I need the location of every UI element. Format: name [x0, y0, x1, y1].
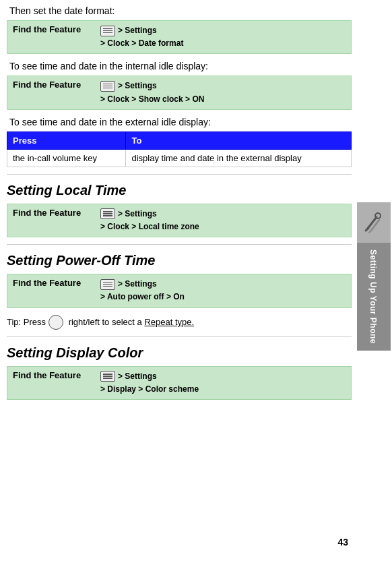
find-feature-box-power-off: Find the Feature > Settings > Auto power… — [7, 274, 352, 307]
tip-underline: Repeat type. — [144, 317, 194, 327]
page-number: 43 — [337, 537, 348, 548]
table-header-to: To — [126, 131, 352, 149]
table-cell-press: the in-call volume key — [7, 149, 126, 167]
divider-1 — [7, 174, 352, 175]
section-power-off-heading: Setting Power-Off Time — [7, 253, 352, 268]
nav-text-1a: > Settings — [118, 24, 157, 37]
svg-line-4 — [369, 231, 370, 233]
nav-text-2b: > Clock > Show clock > ON — [100, 93, 204, 106]
find-feature-nav-local-time: > Settings > Clock > Local time zone — [100, 208, 199, 233]
nav-text-lt-b: > Clock > Local time zone — [100, 220, 199, 233]
find-feature-label-1: Find the Feature — [13, 24, 100, 34]
find-feature-box-local-time: Find the Feature > Settings > Clock > Lo… — [7, 204, 352, 237]
find-feature-box-display-color: Find the Feature > Settings > Display > … — [7, 366, 352, 400]
nav-text-lt-a: > Settings — [118, 208, 157, 220]
svg-line-2 — [366, 228, 368, 231]
menu-icon-po — [100, 279, 115, 290]
table-row: the in-call volume key display time and … — [7, 149, 352, 167]
find-feature-label-2: Find the Feature — [13, 80, 100, 90]
find-feature-nav-1: > Settings > Clock > Date format — [100, 24, 183, 50]
menu-icon-dc — [100, 371, 115, 382]
tip-prefix: Tip: Press — [7, 317, 46, 327]
nav-text-1b: > Clock > Date format — [100, 37, 183, 50]
section-local-time-heading: Setting Local Time — [7, 183, 352, 198]
section-display-color-heading: Setting Display Color — [7, 345, 352, 361]
tip-middle: right/left to select a Repeat type. — [66, 317, 194, 327]
table-cell-to: display time and date in the external di… — [126, 149, 352, 167]
nav-text-po-b: > Auto power off > On — [100, 291, 185, 303]
nav-line-po-a: > Settings — [100, 278, 185, 291]
find-feature-nav-power-off: > Settings > Auto power off > On — [100, 278, 185, 303]
intro-line3: To see time and date in the external idl… — [7, 117, 352, 127]
menu-icon-1 — [100, 26, 115, 36]
nav-line-po-b: > Auto power off > On — [100, 291, 185, 303]
press-to-table: Press To the in-call volume key display … — [7, 131, 352, 167]
table-header-press: Press — [7, 131, 126, 149]
nav-line-lt-a: > Settings — [100, 208, 199, 220]
find-feature-label-display-color: Find the Feature — [13, 370, 100, 380]
sidebar-label: Setting Up Your Phone — [369, 249, 379, 344]
find-feature-nav-2: > Settings > Clock > Show clock > ON — [100, 80, 204, 105]
nav-text-po-a: > Settings — [118, 278, 157, 291]
main-content: Then set the date format: Find the Featu… — [7, 0, 352, 400]
find-feature-label-power-off: Find the Feature — [13, 278, 100, 288]
find-feature-label-local-time: Find the Feature — [13, 208, 100, 218]
divider-3 — [7, 336, 352, 337]
menu-icon-lt — [100, 208, 115, 219]
tool-icon — [357, 202, 391, 243]
nav-text-dc-b: > Display > Color scheme — [100, 383, 199, 396]
menu-icon-2 — [100, 81, 115, 92]
svg-point-1 — [375, 213, 381, 218]
sidebar-text-container: Setting Up Your Phone — [357, 243, 391, 351]
nav-line-1b: > Clock > Date format — [100, 37, 183, 50]
nav-line-lt-b: > Clock > Local time zone — [100, 220, 199, 233]
nav-circle-icon — [48, 315, 63, 330]
intro-line1: Then set the date format: — [7, 5, 352, 16]
nav-line-2a: > Settings — [100, 80, 204, 92]
wrench-icon — [362, 210, 386, 235]
tip-line: Tip: Press right/left to select a Repeat… — [7, 315, 352, 330]
nav-line-2b: > Clock > Show clock > ON — [100, 93, 204, 106]
nav-line-1a: > Settings — [100, 24, 183, 37]
intro-line2: To see time and date in the internal idl… — [7, 61, 352, 71]
sidebar-tab: Setting Up Your Phone — [355, 202, 392, 351]
nav-line-dc-a: > Settings — [100, 370, 199, 383]
divider-2 — [7, 244, 352, 245]
find-feature-nav-display-color: > Settings > Display > Color scheme — [100, 370, 199, 396]
nav-line-dc-b: > Display > Color scheme — [100, 383, 199, 396]
nav-text-dc-a: > Settings — [118, 370, 157, 383]
nav-text-2a: > Settings — [118, 80, 157, 92]
find-feature-box-1: Find the Feature > Settings > Clock > Da… — [7, 20, 352, 54]
find-feature-box-2: Find the Feature > Settings > Clock > Sh… — [7, 76, 352, 109]
